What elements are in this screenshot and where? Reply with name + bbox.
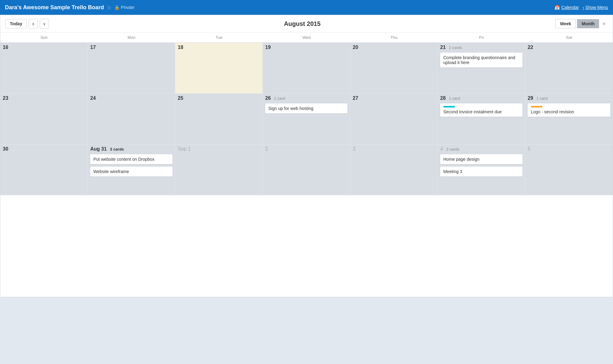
- day-num: 3: [353, 146, 355, 152]
- private-text: Private: [121, 5, 134, 10]
- day-header-mon: Mon: [88, 33, 175, 42]
- card-count: 1 card: [274, 96, 285, 101]
- card-text: Sign up for web hosting: [268, 106, 313, 111]
- card-text: Meeting 3: [443, 169, 462, 174]
- cell-sep1[interactable]: Sep 1: [175, 144, 263, 195]
- card-count: 1 card: [536, 96, 547, 101]
- day-num: Aug 31: [90, 146, 107, 152]
- day-num: 16: [3, 45, 8, 50]
- today-button[interactable]: Today: [5, 19, 27, 28]
- day-num: 4: [440, 146, 443, 152]
- calendar-icon: 📅: [554, 5, 560, 10]
- card-label-yellow: [531, 106, 542, 107]
- next-button[interactable]: ∨: [40, 19, 49, 29]
- day-header-tue: Tue: [175, 33, 263, 42]
- cell-24[interactable]: 24: [88, 94, 175, 144]
- day-num: 18: [178, 45, 183, 50]
- calendar-container: Today ∧ ∨ August 2015 Week Month × Sun M…: [0, 15, 613, 297]
- card-homepage[interactable]: Home page design: [440, 154, 522, 164]
- cell-16[interactable]: 16: [0, 43, 88, 94]
- card-text: Home page design: [443, 157, 480, 162]
- cell-sep3[interactable]: 3: [350, 144, 438, 195]
- cell-20[interactable]: 20: [350, 43, 438, 94]
- card-label-cyan: [443, 106, 455, 107]
- cell-19[interactable]: 19: [263, 43, 350, 94]
- day-num: 17: [90, 45, 96, 50]
- day-num: 24: [90, 95, 96, 101]
- calendar-title: August 2015: [284, 20, 321, 27]
- cell-26[interactable]: 26 1 card Sign up for web hosting: [263, 94, 350, 144]
- day-num: 26: [265, 95, 271, 101]
- calendar-button[interactable]: 📅 Calendar: [554, 5, 579, 10]
- close-button[interactable]: ×: [600, 20, 608, 27]
- card-text: Complete branding questionnaire and uplo…: [443, 55, 515, 65]
- calendar-label: Calendar: [562, 5, 579, 10]
- cell-aug31[interactable]: Aug 31 3 cards Put website content on Dr…: [88, 144, 175, 195]
- calendar-nav: Today ∧ ∨ August 2015 Week Month ×: [0, 15, 613, 33]
- cell-18[interactable]: 18: [175, 43, 263, 94]
- day-num: 25: [178, 95, 183, 101]
- week-view-button[interactable]: Week: [555, 19, 576, 28]
- card-dropbox[interactable]: Put website content on Dropbox: [90, 154, 173, 164]
- day-num: 29: [528, 95, 533, 101]
- day-header-sun: Sun: [0, 33, 88, 42]
- chevron-left-icon: ‹: [583, 5, 584, 10]
- cell-17[interactable]: 17: [88, 43, 175, 94]
- prev-button[interactable]: ∧: [29, 19, 38, 29]
- card-branding[interactable]: Complete branding questionnaire and uplo…: [440, 53, 522, 67]
- day-header-sat: Sat: [525, 33, 613, 42]
- cell-30[interactable]: 30: [0, 144, 88, 195]
- day-num: 23: [3, 95, 8, 101]
- day-num: 27: [353, 95, 358, 101]
- cell-25[interactable]: 25: [175, 94, 263, 144]
- card-meeting3[interactable]: Meeting 3: [440, 167, 522, 176]
- card-web-hosting[interactable]: Sign up for web hosting: [265, 103, 347, 113]
- lock-icon: 🔒: [114, 5, 120, 10]
- arrow-down-icon: ∨: [43, 22, 46, 26]
- day-headers: Sun Mon Tue Wed Thu Fri Sat: [0, 33, 613, 42]
- cell-23[interactable]: 23: [0, 94, 88, 144]
- cell-sep4[interactable]: 4 2 cards Home page design Meeting 3: [438, 144, 525, 195]
- calendar-nav-left: Today ∧ ∨: [5, 19, 49, 29]
- cell-28[interactable]: 28 1 card Second invoice instalment due: [438, 94, 525, 144]
- day-num: 22: [528, 45, 533, 50]
- card-count: 1 card: [449, 96, 460, 101]
- day-num: 20: [353, 45, 358, 50]
- card-wireframe[interactable]: Website wireframe: [90, 167, 173, 176]
- day-num: 5: [528, 146, 530, 152]
- cell-sep2[interactable]: 2: [263, 144, 350, 195]
- month-view-button[interactable]: Month: [577, 19, 599, 28]
- card-text: Second invoice instalment due: [443, 109, 502, 114]
- day-header-wed: Wed: [263, 33, 350, 42]
- day-num: 19: [265, 45, 271, 50]
- board-title: Dara's Awesome Sample Trello Board: [5, 4, 104, 11]
- card-logo[interactable]: Logo - second revision: [528, 103, 610, 117]
- day-header-thu: Thu: [350, 33, 438, 42]
- cell-29[interactable]: 29 1 card Logo - second revision: [525, 94, 613, 144]
- card-count: 2 cards: [449, 45, 462, 50]
- calendar-grid: 16 17 18 19 20 21 2 cards Complete brand…: [0, 42, 613, 297]
- cell-sep5[interactable]: 5: [525, 144, 613, 195]
- card-text: Put website content on Dropbox: [93, 157, 154, 162]
- card-count: 2 cards: [446, 147, 459, 152]
- card-invoice[interactable]: Second invoice instalment due: [440, 103, 522, 117]
- cell-22[interactable]: 22: [525, 43, 613, 94]
- day-num: Sep 1: [178, 146, 191, 152]
- day-num: 30: [3, 146, 8, 152]
- arrow-up-icon: ∧: [32, 22, 35, 26]
- star-icon[interactable]: ☆: [107, 5, 111, 10]
- top-bar: Dara's Awesome Sample Trello Board ☆ 🔒 P…: [0, 0, 613, 15]
- day-num: 21: [440, 45, 446, 50]
- day-num: 28: [440, 95, 446, 101]
- show-menu-label: Show Menu: [585, 5, 608, 10]
- card-text: Website wireframe: [93, 169, 129, 174]
- card-text: Logo - second revision: [531, 109, 574, 114]
- card-count: 3 cards: [110, 147, 124, 152]
- top-bar-right: 📅 Calendar ‹ Show Menu: [554, 5, 608, 10]
- top-bar-left: Dara's Awesome Sample Trello Board ☆ 🔒 P…: [5, 4, 134, 11]
- day-num: 2: [265, 146, 268, 152]
- cell-27[interactable]: 27: [350, 94, 438, 144]
- show-menu-button[interactable]: ‹ Show Menu: [583, 5, 608, 10]
- cell-21[interactable]: 21 2 cards Complete branding questionnai…: [438, 43, 525, 94]
- private-label: 🔒 Private: [114, 5, 134, 10]
